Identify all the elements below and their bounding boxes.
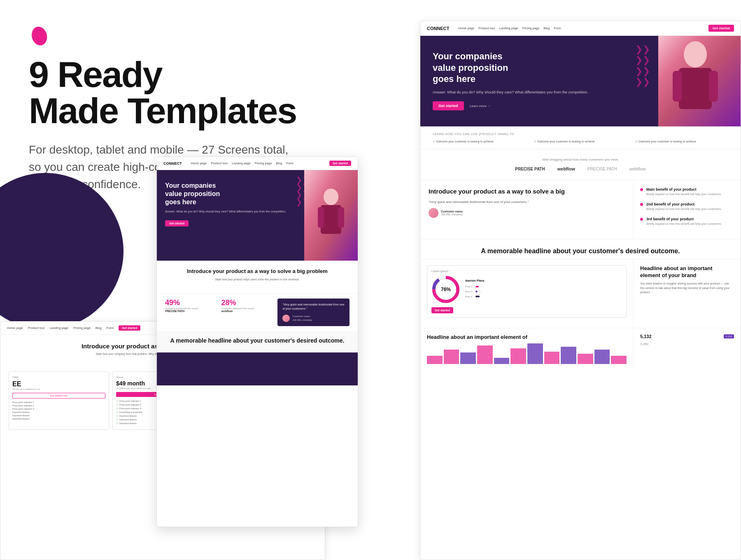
bar-3 xyxy=(460,352,476,364)
right-chart-right: 5,132 5,132 1,263 xyxy=(634,328,741,370)
main-title: 9 Ready Made Templates xyxy=(29,56,309,129)
bar-8 xyxy=(544,352,560,364)
stat-item-2: 28% Company achieved this result webflow xyxy=(221,299,270,326)
free-cta[interactable]: Get started now xyxy=(12,393,105,399)
right-hero-subtitle: Answer: What do you do? Why should they … xyxy=(433,90,646,95)
middle-brand: CONNECT xyxy=(163,161,182,166)
metric-bar-track-1 xyxy=(475,286,481,287)
metric-row-1: Row 1 xyxy=(465,285,485,288)
purple-bottom xyxy=(157,352,358,385)
right-brand: CONNECT xyxy=(427,26,449,31)
nav-link-product: Product tour xyxy=(28,326,45,330)
free-feature-1: Price point indicator 1 xyxy=(12,401,105,404)
right-customer-title: Job title, company xyxy=(441,213,463,216)
nav-link-pricing: Pricing page xyxy=(73,326,91,330)
middle-hero-subtitle: Answer: What do you do? Why should they … xyxy=(165,210,296,214)
right-avatar xyxy=(429,208,438,218)
middle-hero: Your companiesvalue propositiongoes here… xyxy=(157,170,358,261)
right-learn-label: LEARN HOW YOU CAN USE [PRODUCT NAME] TO: xyxy=(433,132,728,136)
stat-brand-2: webflow xyxy=(221,310,270,313)
customer-avatar xyxy=(282,315,290,322)
right-col-left: Introduce your product as a way to solve… xyxy=(420,180,634,239)
logo-precise-path-2: PRECISE PATH xyxy=(587,167,617,171)
stat-number-1: 49% xyxy=(165,299,213,307)
form-card-label: Lorem Ipsum xyxy=(431,270,622,273)
benefit-content-3: 3rd benefit of your product Briefly expa… xyxy=(646,217,722,226)
right-hero-cta[interactable]: Get started xyxy=(433,101,464,110)
customer-name: Customer name xyxy=(292,315,312,318)
metric-bar-fill-3 xyxy=(475,296,480,297)
middle-problem-section: Introduce your product as a way to solve… xyxy=(157,261,358,293)
benefit-content-1: Main benefit of your product Briefly exp… xyxy=(646,187,722,196)
right-outcome-headline: A memorable headline about your customer… xyxy=(420,239,741,259)
pricing-card-free: FREE EE service at no additional cost Ge… xyxy=(9,371,109,430)
benefit-item-1: Main benefit of your product Briefly exp… xyxy=(640,187,734,196)
bar-7 xyxy=(527,343,543,364)
chart-sub-value: 1,263 xyxy=(640,342,734,346)
right-hero-link[interactable]: Learn more → xyxy=(470,104,491,108)
right-customer-info: Customer name Job title, company xyxy=(441,210,463,216)
right-chart-left: Headline about an important element of xyxy=(420,328,634,370)
bar-9 xyxy=(561,347,576,364)
metric-bar-track-2 xyxy=(475,291,481,292)
chart-value-row: 5,132 5,132 xyxy=(640,334,734,339)
right-hero: Your companiesvalue propositiongoes here… xyxy=(420,36,741,126)
metric-row-3: Row 3 xyxy=(465,295,485,298)
benefit-dot-2 xyxy=(640,203,643,206)
free-feature-3: Price point indicator 3 xyxy=(12,408,105,410)
gauge-plan-title: Aaerion Plans xyxy=(465,279,485,282)
benefit-title-2: 2nd benefit of your product xyxy=(646,202,722,206)
middle-template-preview: CONNECT Home page Product tour Landing p… xyxy=(156,156,358,527)
blob-icon xyxy=(29,25,51,47)
svg-point-1 xyxy=(324,189,338,205)
middle-hero-title: Your companiesvalue propositiongoes here xyxy=(165,182,296,206)
right-form-card: Lorem Ipsum 76% Aaerion Plans xyxy=(427,265,627,318)
svg-point-0 xyxy=(30,25,49,47)
right-outcome-title: A memorable headline about your customer… xyxy=(433,247,728,255)
right-nav-cta[interactable]: Get started xyxy=(708,25,734,32)
right-hero-text: Your companiesvalue propositiongoes here… xyxy=(420,36,658,126)
right-hero-image xyxy=(658,36,741,126)
middle-nav-cta[interactable]: Get started xyxy=(329,161,351,166)
free-feature-4: Important feature xyxy=(12,411,105,413)
metric-bar-track-3 xyxy=(475,296,481,297)
right-hero-title: Your companiesvalue propositiongoes here xyxy=(433,51,646,85)
middle-section2-subtitle: State how your product helps users solve… xyxy=(165,278,350,282)
middle-stats-row: 49% Company achieved this result PRECISE… xyxy=(157,293,358,331)
right-logos-row: PRECISE PATH webflow PRECISE PATH webflo… xyxy=(433,166,728,171)
metric-bar-fill-2 xyxy=(475,291,478,292)
middle-hero-image xyxy=(304,170,358,261)
testimonial-quote: "Very quick and memorable testimonial fr… xyxy=(282,303,344,310)
metric-bar-fill-1 xyxy=(475,286,479,287)
nav-link-landing: Landing page xyxy=(50,326,68,330)
middle-headline-section: A memorable headline about your customer… xyxy=(157,331,358,352)
chart-main-value: 5,132 xyxy=(640,334,652,339)
right-gauge-section: Lorem Ipsum 76% Aaerion Plans xyxy=(420,259,741,328)
gauge-display: 76% Aaerion Plans Row 1 xyxy=(431,275,622,304)
benefit-text-3: Briefly expand on how this benefit will … xyxy=(646,222,722,226)
benefit-dot-1 xyxy=(640,188,643,191)
free-feature-5: Important feature xyxy=(12,414,105,417)
logo-precise-path-1: PRECISE PATH xyxy=(515,167,545,171)
bar-5 xyxy=(494,358,510,364)
right-benefits-list: Main benefit of your product Briefly exp… xyxy=(640,187,734,226)
benefit-title-3: 3rd benefit of your product xyxy=(646,217,722,221)
free-features: Price point indicator 1 Price point indi… xyxy=(12,401,105,420)
form-card-cta[interactable]: Get started xyxy=(431,307,453,313)
right-learn-section: LEARN HOW YOU CAN USE [PRODUCT NAME] TO:… xyxy=(420,126,741,149)
svg-rect-8 xyxy=(709,71,718,102)
middle-hero-cta[interactable]: Get started xyxy=(165,220,189,226)
right-gauge-right: Headline about an important element of y… xyxy=(634,259,741,328)
svg-rect-4 xyxy=(338,207,344,228)
stat-item-1: 49% Company achieved this result PRECISE… xyxy=(165,299,213,326)
bar-6 xyxy=(510,348,526,364)
right-nav-links: Home page Product tour Landing page Pric… xyxy=(458,26,703,30)
svg-rect-3 xyxy=(318,207,324,228)
benefit-title-1: Main benefit of your product xyxy=(646,187,722,191)
logo-webflow-2: webflow xyxy=(629,166,646,171)
bar-10 xyxy=(578,354,593,364)
middle-headline: A memorable headline about your customer… xyxy=(165,337,350,344)
right-chart-title: Headline about an important element of xyxy=(427,334,627,341)
metric-row-2: Row 2 xyxy=(465,290,485,293)
right-product-title: Introduce your product as a way to solve… xyxy=(429,187,625,196)
